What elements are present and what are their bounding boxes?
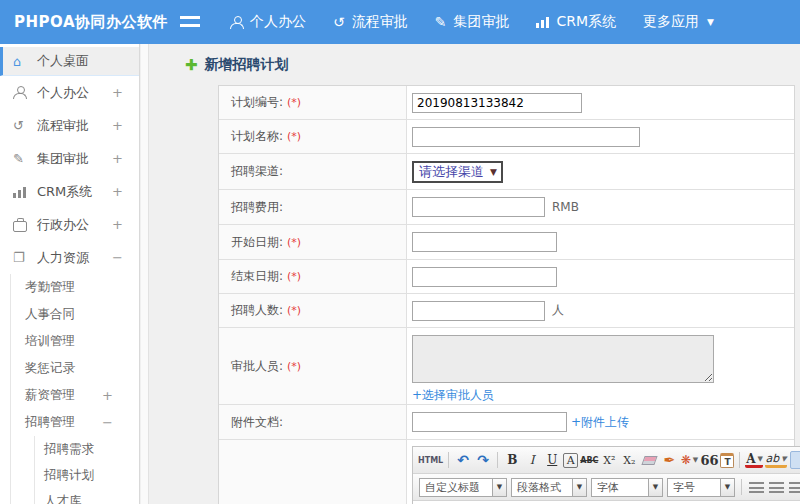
- paragraph-format-combo[interactable]: 段落格式 ▼: [511, 478, 587, 497]
- nav-crm-system[interactable]: CRM系统: [536, 13, 616, 31]
- chevron-down-icon[interactable]: ▼: [493, 478, 507, 497]
- sidebar-item-crm[interactable]: CRM系统 +: [0, 175, 139, 208]
- sidebar-item-label: 培训管理: [25, 333, 75, 350]
- font-color-button[interactable]: A▼: [745, 453, 763, 468]
- undo-button[interactable]: ↶: [454, 450, 472, 470]
- collapse-icon[interactable]: −: [112, 250, 123, 265]
- required-marker: (*): [287, 304, 301, 317]
- sidebar-item-training[interactable]: 培训管理: [25, 328, 139, 355]
- start-date-input[interactable]: [412, 232, 557, 252]
- sidebar-item-personal-office[interactable]: 个人办公 +: [0, 76, 139, 109]
- form-row-headcount: 招聘人数: (*) 人: [219, 294, 794, 328]
- sidebar-item-label: 奖惩记录: [25, 360, 75, 377]
- sidebar-item-rewards[interactable]: 奖惩记录: [25, 355, 139, 382]
- expand-icon[interactable]: +: [112, 85, 123, 100]
- sidebar-item-recruit-plan[interactable]: 招聘计划: [44, 462, 139, 488]
- rich-text-editor: HTML ↶ ↷ B I U A ABC X² X₂: [412, 446, 800, 504]
- paste-plain-button[interactable]: T: [720, 453, 734, 468]
- sidebar-item-hr-contract[interactable]: 人事合同: [25, 301, 139, 328]
- attachment-input[interactable]: [412, 412, 567, 432]
- headcount-input[interactable]: [412, 301, 545, 321]
- attachment-upload-link[interactable]: +附件上传: [571, 414, 629, 431]
- nav-workflow-approval[interactable]: ↺ 流程审批: [333, 13, 408, 31]
- form-row-start-date: 开始日期: (*): [219, 225, 794, 260]
- field-label-empty: [219, 440, 407, 504]
- user-icon: [13, 86, 26, 99]
- combo-value: 字号: [667, 478, 721, 497]
- font-size-combo[interactable]: 字号 ▼: [667, 478, 735, 497]
- plan-number-input[interactable]: [412, 93, 582, 113]
- sidebar: ⌂ 个人桌面 个人办公 + ↺ 流程审批 + ✎ 集团审批 + CRM系统 + …: [0, 44, 140, 504]
- sidebar-item-group-approval[interactable]: ✎ 集团审批 +: [0, 142, 139, 175]
- chevron-down-icon[interactable]: ▼: [721, 478, 735, 497]
- required-marker: (*): [287, 270, 301, 283]
- book-icon: ❐: [13, 250, 29, 265]
- sidebar-item-recruit-demand[interactable]: 招聘需求: [44, 436, 139, 462]
- collapse-icon[interactable]: −: [102, 415, 113, 430]
- strikethrough-button[interactable]: ABC: [580, 450, 598, 470]
- chevron-down-icon: ▼: [781, 455, 786, 463]
- cost-input[interactable]: [412, 197, 545, 217]
- italic-button[interactable]: I: [523, 450, 541, 470]
- sidebar-item-desktop[interactable]: ⌂ 个人桌面: [0, 47, 139, 76]
- superscript-button[interactable]: X²: [600, 450, 618, 470]
- approvers-textarea[interactable]: [412, 335, 714, 383]
- align-right-button[interactable]: [787, 477, 800, 497]
- chevron-down-icon[interactable]: ▼: [649, 478, 663, 497]
- sidebar-item-label: 人才库: [44, 493, 82, 504]
- combo-value: 段落格式: [511, 478, 573, 497]
- auto-typeset-button[interactable]: ❋▼: [680, 450, 698, 470]
- combo-value: 字体: [591, 478, 649, 497]
- channel-select[interactable]: 请选择渠道 ▼: [412, 161, 503, 183]
- expand-icon[interactable]: +: [102, 388, 113, 403]
- chevron-down-icon[interactable]: ▼: [573, 478, 587, 497]
- nav-personal-office[interactable]: 个人办公: [230, 13, 306, 31]
- auto-typography-button[interactable]: A: [563, 453, 578, 468]
- clipped-toolbar-button[interactable]: [790, 451, 800, 469]
- unit-suffix: 人: [552, 302, 564, 319]
- chart-icon: [13, 186, 26, 198]
- blockquote-button[interactable]: 66: [700, 450, 718, 470]
- end-date-input[interactable]: [412, 267, 557, 287]
- form-row-cost: 招聘费用: RMB: [219, 190, 794, 225]
- required-marker: (*): [287, 236, 301, 249]
- nav-more-apps[interactable]: 更多应用 ▼: [643, 13, 714, 31]
- select-approvers-link[interactable]: +选择审批人员: [412, 387, 494, 404]
- sidebar-item-admin-office[interactable]: 行政办公 +: [0, 208, 139, 241]
- align-left-icon: [749, 482, 764, 493]
- custom-title-combo[interactable]: 自定义标题 ▼: [419, 478, 507, 497]
- underline-button[interactable]: U: [543, 450, 561, 470]
- page-title: ✚ 新增招聘计划: [185, 56, 800, 74]
- chart-icon: [536, 16, 549, 28]
- align-left-button[interactable]: [747, 477, 765, 497]
- subscript-button[interactable]: X₂: [620, 450, 638, 470]
- align-center-icon: [769, 482, 784, 493]
- font-family-combo[interactable]: 字体 ▼: [591, 478, 663, 497]
- required-marker: (*): [287, 96, 301, 109]
- eraser-button[interactable]: [640, 450, 658, 470]
- bold-button[interactable]: B: [503, 450, 521, 470]
- expand-icon[interactable]: +: [112, 184, 123, 199]
- plan-name-input[interactable]: [412, 127, 640, 147]
- sidebar-item-recruitment[interactable]: 招聘管理 −: [25, 409, 139, 436]
- expand-icon[interactable]: +: [112, 151, 123, 166]
- chevron-down-icon: ▼: [757, 454, 762, 463]
- source-code-button[interactable]: HTML: [418, 450, 443, 470]
- align-center-button[interactable]: [767, 477, 785, 497]
- highlight-color-button[interactable]: ab▼: [765, 453, 786, 468]
- required-marker: (*): [287, 360, 301, 373]
- redo-button[interactable]: ↷: [474, 450, 492, 470]
- sidebar-item-attendance[interactable]: 考勤管理: [25, 274, 139, 301]
- expand-icon[interactable]: +: [112, 118, 123, 133]
- sidebar-item-hr[interactable]: ❐ 人力资源 −: [0, 241, 139, 274]
- sidebar-splitter[interactable]: [141, 44, 149, 504]
- sidebar-item-salary[interactable]: 薪资管理 +: [25, 382, 139, 409]
- sidebar-item-label: CRM系统: [37, 183, 92, 201]
- sidebar-item-talent-pool[interactable]: 人才库: [44, 488, 139, 504]
- menu-toggle-icon[interactable]: [180, 16, 200, 29]
- sidebar-item-workflow-approval[interactable]: ↺ 流程审批 +: [0, 109, 139, 142]
- expand-icon[interactable]: +: [112, 217, 123, 232]
- format-brush-button[interactable]: ✒: [660, 450, 678, 470]
- edit-icon: ✎: [13, 151, 29, 166]
- nav-group-approval[interactable]: ✎ 集团审批: [435, 13, 510, 31]
